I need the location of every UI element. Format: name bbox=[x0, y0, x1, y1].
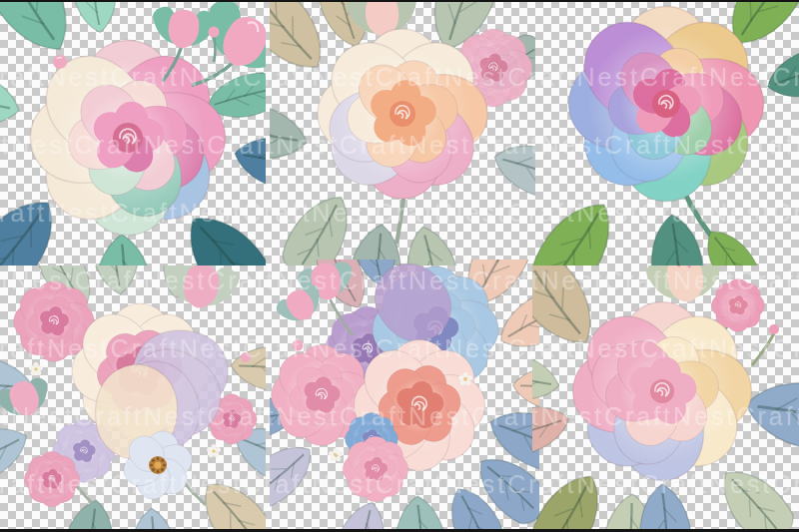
clipart-rose-cream-blush bbox=[532, 266, 799, 532]
clipart-preview-canvas: CraftNestCraftNestCraftNestCraftNestCraf… bbox=[0, 0, 799, 532]
clipart-rose-pink-teal bbox=[0, 0, 266, 266]
top-edge-line bbox=[0, 0, 799, 2]
clipart-bouquet-pink-cream bbox=[0, 266, 266, 532]
clipart-rose-peach bbox=[270, 0, 535, 266]
rose-bud bbox=[293, 340, 304, 351]
filler-flower bbox=[29, 362, 43, 375]
filler-flower bbox=[207, 444, 221, 457]
rose-bud bbox=[241, 352, 251, 362]
rose-bud bbox=[769, 324, 779, 334]
clipart-bouquet-blue-pink bbox=[270, 260, 539, 532]
stem bbox=[397, 198, 403, 244]
rose-bud bbox=[53, 55, 67, 69]
filler-flower bbox=[329, 448, 343, 461]
clipart-rose-rainbow bbox=[532, 0, 799, 266]
